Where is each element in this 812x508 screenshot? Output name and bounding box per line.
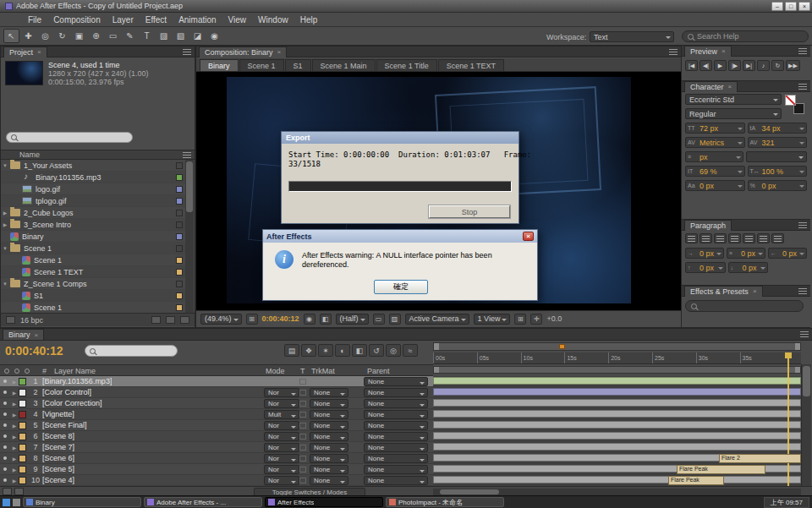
scrollbar-thumb[interactable] xyxy=(440,489,499,494)
justify-right-button[interactable] xyxy=(757,233,770,243)
stop-button[interactable]: Stop xyxy=(429,205,510,218)
layer-visibility-toggle[interactable] xyxy=(0,380,10,383)
label-color-chip[interactable] xyxy=(176,174,183,181)
mask-tool-button[interactable]: ▭ xyxy=(105,29,121,43)
parent-dropdown[interactable]: None xyxy=(364,476,428,485)
layer-expand-arrow-icon[interactable] xyxy=(10,434,19,440)
composition-tab[interactable]: S1 xyxy=(285,59,311,71)
auto-keyframe-button[interactable]: ◎ xyxy=(386,344,401,357)
layer-duration-bar[interactable] xyxy=(433,377,801,385)
layer-expand-arrow-icon[interactable] xyxy=(10,445,19,451)
layer-visibility-toggle[interactable] xyxy=(0,445,10,449)
layer-visibility-toggle[interactable] xyxy=(0,391,10,394)
minimize-button[interactable]: – xyxy=(771,2,783,11)
label-color-chip[interactable] xyxy=(176,292,183,299)
layer-name[interactable]: [Scene 8] xyxy=(42,432,74,440)
rotation-tool-button[interactable]: ↻ xyxy=(54,29,70,43)
active-camera-dropdown[interactable]: Active Camera xyxy=(405,314,469,325)
comp-name[interactable]: Scene 4 xyxy=(48,61,76,69)
menu-item[interactable]: Window xyxy=(252,15,294,25)
taskbar-button[interactable]: Adobe After Effects - ... xyxy=(144,497,262,507)
layer-row[interactable]: 8 [Scene 6] Nor None None xyxy=(0,453,801,464)
tab-timeline-binary[interactable]: Binary × xyxy=(3,329,44,340)
layer-name[interactable]: [Scene Final] xyxy=(42,421,87,429)
trkmat-dropdown[interactable]: None xyxy=(310,388,348,397)
layer-label-chip[interactable] xyxy=(19,444,26,451)
track-matte-toggle[interactable] xyxy=(299,456,306,462)
project-item-name[interactable]: 2_Cube Logos xyxy=(24,209,176,217)
composition-tab[interactable]: Scene 1 TEXT xyxy=(438,59,504,71)
layer-bar-flare[interactable]: Flare Peak xyxy=(668,476,724,485)
layer-expand-arrow-icon[interactable] xyxy=(10,390,19,396)
layer-duration-bar[interactable] xyxy=(433,399,801,407)
project-item-name[interactable]: Scene 1 xyxy=(34,303,176,312)
puppet-tool-button[interactable]: ◉ xyxy=(206,29,222,43)
label-color-chip[interactable] xyxy=(176,198,183,205)
close-icon[interactable]: × xyxy=(523,232,534,241)
transparency-grid-button[interactable]: ▨ xyxy=(389,314,401,325)
export-dialog-titlebar[interactable]: Export xyxy=(282,132,518,144)
tracking-field[interactable]: AV321 xyxy=(748,137,808,148)
flowchart-view-button[interactable]: ▤ xyxy=(284,344,299,357)
taskbar-button[interactable]: After Effects xyxy=(265,497,383,507)
panel-menu-icon[interactable] xyxy=(183,49,191,55)
layer-label-chip[interactable] xyxy=(19,477,26,484)
audio-toggle-button[interactable]: ♪ xyxy=(757,60,770,71)
brush-tool-button[interactable]: ▨ xyxy=(156,29,172,43)
snapshot-button[interactable]: ◉ xyxy=(304,314,315,325)
composition-tab[interactable]: Scene 1 Main xyxy=(312,59,376,71)
time-ruler[interactable]: 00s05s10s15s20s25s30s35s xyxy=(433,352,801,364)
label-color-chip[interactable] xyxy=(176,221,183,228)
layer-row[interactable]: 2 [Color Control] Nor None None xyxy=(0,387,801,398)
menu-item[interactable]: File xyxy=(22,15,47,25)
parent-dropdown[interactable]: None xyxy=(364,432,428,441)
frame-blending-button[interactable]: ◐ xyxy=(335,344,350,357)
font-family-dropdown[interactable]: Eccentric Std xyxy=(685,94,782,105)
project-item-name[interactable]: 3_Scene Intro xyxy=(24,221,176,229)
layer-name[interactable]: [Scene 7] xyxy=(42,443,74,451)
mode-dropdown[interactable]: Nor xyxy=(264,399,299,408)
trkmat-column-label[interactable]: TrkMat xyxy=(311,367,335,375)
panel-menu-icon[interactable] xyxy=(798,48,807,54)
project-item-name[interactable]: Scene 1 TEXT xyxy=(34,268,176,276)
tab-paragraph[interactable]: Paragraph xyxy=(684,220,732,231)
layer-visibility-toggle[interactable] xyxy=(0,423,10,427)
first-line-indent-field[interactable]: »0 px xyxy=(727,248,765,259)
mode-dropdown[interactable]: Nor xyxy=(264,388,299,397)
layer-visibility-toggle[interactable] xyxy=(0,401,10,405)
project-item-name[interactable]: Binary xyxy=(22,232,176,241)
trkmat-dropdown[interactable]: None xyxy=(310,410,348,419)
safe-areas-button[interactable]: ⊞ xyxy=(246,314,258,325)
track-matte-toggle[interactable] xyxy=(299,401,306,407)
layer-bar-flare[interactable]: Flare 2 xyxy=(719,454,801,463)
fill-color-swatch[interactable] xyxy=(785,95,796,106)
project-item-name[interactable]: Binary.101356.mp3 xyxy=(36,173,176,182)
track-matte-toggle[interactable] xyxy=(299,478,306,483)
layer-duration-bar[interactable] xyxy=(433,421,801,429)
layer-label-chip[interactable] xyxy=(19,422,26,429)
layer-row[interactable]: 1 [Binary.101356.mp3] None xyxy=(0,376,801,387)
menu-item[interactable]: Animation xyxy=(173,15,222,25)
project-item[interactable]: ▶ 2_Cube Logos xyxy=(1,207,186,219)
layer-label-chip[interactable] xyxy=(19,466,26,473)
project-item[interactable]: logo.gif xyxy=(1,183,186,195)
tab-character[interactable]: Character × xyxy=(684,81,738,92)
timeline-search-input[interactable] xyxy=(85,345,178,357)
panel-menu-icon[interactable] xyxy=(800,331,809,337)
close-icon[interactable]: × xyxy=(37,48,41,56)
ram-preview-button[interactable]: ▶▶ xyxy=(786,60,800,71)
menu-item[interactable]: Composition xyxy=(47,15,107,25)
pen-tool-button[interactable]: ✎ xyxy=(122,29,138,43)
project-item-name[interactable]: tplogo.gif xyxy=(36,197,176,205)
indent-right-field[interactable]: ←0 px xyxy=(768,248,807,259)
parent-dropdown[interactable]: None xyxy=(364,377,428,386)
layer-row[interactable]: 7 [Scene 7] Nor None None xyxy=(0,442,801,453)
trkmat-dropdown[interactable]: None xyxy=(310,476,348,485)
layer-visibility-toggle[interactable] xyxy=(0,412,10,416)
close-button[interactable]: × xyxy=(798,2,810,11)
layer-visibility-toggle[interactable] xyxy=(0,456,10,460)
quick-launch-icon[interactable] xyxy=(3,499,10,506)
parent-dropdown[interactable]: None xyxy=(364,443,428,452)
project-search-input[interactable] xyxy=(6,132,133,143)
layer-duration-bar[interactable] xyxy=(433,443,801,451)
